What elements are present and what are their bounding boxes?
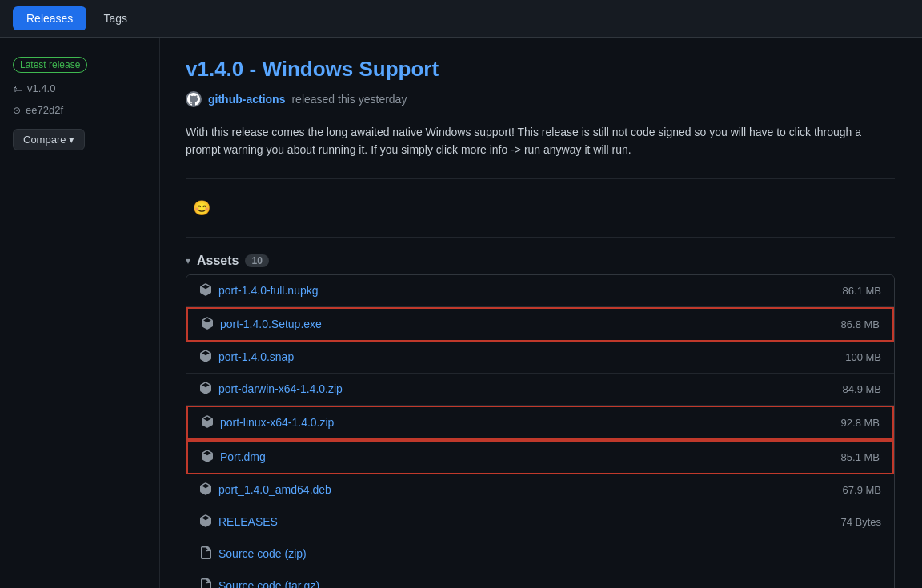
assets-count: 10 bbox=[245, 254, 268, 267]
asset-item[interactable]: Source code (zip) bbox=[186, 538, 894, 570]
source-code-icon bbox=[199, 546, 212, 562]
asset-name-link[interactable]: port_1.4.0_amd64.deb bbox=[218, 483, 331, 496]
commit-icon: ⊙ bbox=[13, 105, 21, 116]
assets-chevron-icon: ▾ bbox=[186, 255, 190, 266]
asset-size: 92.8 MB bbox=[841, 417, 880, 429]
asset-item[interactable]: RELEASES74 Bytes bbox=[186, 506, 894, 538]
asset-name-link[interactable]: Port.dmg bbox=[220, 450, 266, 463]
asset-size: 74 Bytes bbox=[840, 516, 881, 528]
emoji-bar: 😊 bbox=[186, 195, 895, 221]
asset-item[interactable]: port-1.4.0.Setup.exe86.8 MB bbox=[186, 307, 894, 342]
asset-size: 86.1 MB bbox=[843, 285, 881, 297]
asset-left: Port.dmg bbox=[201, 450, 266, 465]
asset-size: 67.9 MB bbox=[843, 484, 881, 496]
asset-left: port-1.4.0.snap bbox=[199, 350, 294, 365]
asset-size: 86.8 MB bbox=[841, 318, 880, 330]
sidebar: Latest release 🏷 v1.4.0 ⊙ ee72d2f Compar… bbox=[0, 38, 160, 588]
asset-left: Source code (tar.gz) bbox=[199, 578, 319, 588]
package-icon bbox=[199, 482, 212, 498]
asset-name-link[interactable]: port-1.4.0-full.nupkg bbox=[218, 284, 319, 297]
release-title: v1.4.0 - Windows Support bbox=[186, 57, 895, 82]
package-icon bbox=[199, 514, 212, 530]
release-date: released this yesterday bbox=[291, 93, 407, 106]
asset-name-link[interactable]: Source code (tar.gz) bbox=[218, 579, 319, 588]
package-icon bbox=[201, 317, 214, 332]
divider-1 bbox=[186, 178, 895, 179]
release-meta: github-actions released this yesterday bbox=[186, 91, 895, 107]
asset-size: 85.1 MB bbox=[841, 451, 880, 463]
asset-name-link[interactable]: port-darwin-x64-1.4.0.zip bbox=[218, 382, 343, 395]
tag-icon: 🏷 bbox=[13, 83, 22, 94]
asset-name-link[interactable]: port-linux-x64-1.4.0.zip bbox=[220, 416, 334, 429]
tab-tags[interactable]: Tags bbox=[90, 6, 141, 30]
assets-title: Assets bbox=[197, 254, 239, 268]
asset-name-link[interactable]: Source code (zip) bbox=[218, 547, 307, 560]
main-layout: Latest release 🏷 v1.4.0 ⊙ ee72d2f Compar… bbox=[0, 38, 922, 588]
commit-hash: ee72d2f bbox=[26, 104, 63, 116]
asset-left: port-1.4.0-full.nupkg bbox=[199, 283, 319, 298]
asset-left: port-darwin-x64-1.4.0.zip bbox=[199, 382, 343, 397]
package-icon bbox=[199, 283, 212, 298]
asset-left: port-1.4.0.Setup.exe bbox=[201, 317, 322, 332]
sidebar-tag: 🏷 v1.4.0 bbox=[13, 82, 55, 94]
asset-left: port_1.4.0_amd64.deb bbox=[199, 482, 331, 498]
asset-name-link[interactable]: RELEASES bbox=[218, 515, 278, 528]
asset-item[interactable]: Source code (tar.gz) bbox=[186, 570, 894, 588]
asset-item[interactable]: port-darwin-x64-1.4.0.zip84.9 MB bbox=[186, 374, 894, 406]
package-icon bbox=[201, 415, 214, 430]
asset-left: Source code (zip) bbox=[199, 546, 307, 562]
asset-item[interactable]: port-1.4.0-full.nupkg86.1 MB bbox=[186, 275, 894, 307]
emoji-reaction[interactable]: 😊 bbox=[186, 195, 218, 221]
release-description: With this release comes the long awaited… bbox=[186, 123, 895, 159]
top-nav: Releases Tags bbox=[0, 0, 922, 38]
compare-button[interactable]: Compare ▾ bbox=[13, 129, 85, 150]
asset-name-link[interactable]: port-1.4.0.snap bbox=[218, 350, 294, 363]
package-icon bbox=[201, 450, 214, 465]
package-icon bbox=[199, 382, 212, 397]
release-content: v1.4.0 - Windows Support github-actions … bbox=[160, 38, 920, 588]
asset-item[interactable]: port_1.4.0_amd64.deb67.9 MB bbox=[186, 474, 894, 506]
asset-size: 100 MB bbox=[845, 351, 881, 363]
asset-item[interactable]: port-linux-x64-1.4.0.zip92.8 MB bbox=[186, 406, 894, 440]
asset-left: port-linux-x64-1.4.0.zip bbox=[201, 415, 334, 430]
divider-2 bbox=[186, 237, 895, 238]
asset-name-link[interactable]: port-1.4.0.Setup.exe bbox=[220, 318, 322, 330]
assets-header[interactable]: ▾ Assets 10 bbox=[186, 254, 895, 268]
sidebar-commit: ⊙ ee72d2f bbox=[13, 104, 63, 116]
assets-list: port-1.4.0-full.nupkg86.1 MBport-1.4.0.S… bbox=[186, 274, 895, 588]
asset-left: RELEASES bbox=[199, 514, 278, 530]
compare-label: Compare bbox=[23, 134, 66, 146]
asset-item[interactable]: port-1.4.0.snap100 MB bbox=[186, 342, 894, 374]
source-code-icon bbox=[199, 578, 212, 588]
asset-size: 84.9 MB bbox=[843, 383, 881, 395]
release-author[interactable]: github-actions bbox=[208, 93, 285, 106]
compare-chevron-icon: ▾ bbox=[69, 134, 74, 146]
tag-label: v1.4.0 bbox=[27, 82, 55, 94]
latest-release-badge: Latest release bbox=[13, 57, 87, 73]
avatar bbox=[186, 91, 202, 107]
tab-releases[interactable]: Releases bbox=[13, 6, 86, 30]
package-icon bbox=[199, 350, 212, 365]
asset-item[interactable]: Port.dmg85.1 MB bbox=[186, 440, 894, 474]
